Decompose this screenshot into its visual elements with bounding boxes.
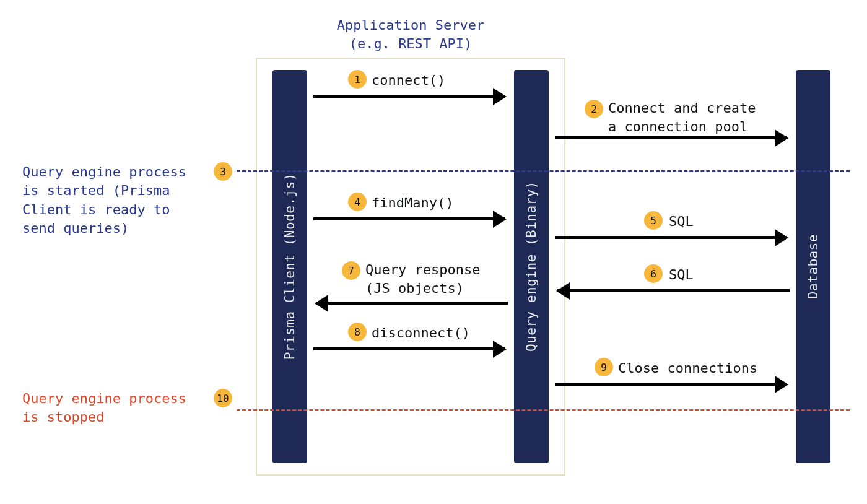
sequence-diagram: Application Server (e.g. REST API) Prism… xyxy=(0,0,867,504)
pillar-query-engine-label: Query engine (Binary) xyxy=(524,181,539,352)
arrow-create-pool-label: Connect and create a connection pool xyxy=(608,99,756,136)
arrow-sql-back xyxy=(557,289,790,292)
step-badge-10: 10 xyxy=(214,389,232,407)
note-engine-started: Query engine process is started (Prisma … xyxy=(22,163,208,238)
arrow-connect-label: connect() xyxy=(372,71,445,90)
arrow-disconnect-label: disconnect() xyxy=(372,324,470,342)
app-server-title-line2: (e.g. REST API) xyxy=(349,36,473,51)
step-badge-5: 5 xyxy=(644,211,663,230)
step-badge-1: 1 xyxy=(348,70,367,89)
separator-engine-stopped xyxy=(237,409,850,411)
app-server-title: Application Server (e.g. REST API) xyxy=(256,16,565,53)
pillar-database: Database xyxy=(796,70,830,463)
arrow-findmany-label: findMany() xyxy=(372,194,453,212)
arrow-close-conn-label: Close connections xyxy=(618,359,757,378)
arrow-query-response-label: Query response (JS objects) xyxy=(365,261,480,297)
pillar-query-engine: Query engine (Binary) xyxy=(514,70,549,463)
arrow-create-pool xyxy=(555,136,787,139)
arrow-findmany xyxy=(313,217,505,220)
step-badge-7: 7 xyxy=(342,261,360,280)
pillar-prisma-client: Prisma Client (Node.js) xyxy=(272,70,307,463)
step-badge-8: 8 xyxy=(348,323,367,341)
arrow-query-response xyxy=(316,302,508,305)
step-badge-2: 2 xyxy=(585,100,603,118)
step-badge-3: 3 xyxy=(214,162,232,181)
arrow-sql-out xyxy=(555,236,787,239)
pillar-database-label: Database xyxy=(806,234,821,299)
step-badge-4: 4 xyxy=(348,193,367,211)
pillar-prisma-client-label: Prisma Client (Node.js) xyxy=(282,173,297,360)
arrow-sql-out-label: SQL xyxy=(669,212,694,231)
separator-engine-started xyxy=(237,170,850,172)
step-badge-9: 9 xyxy=(595,358,613,376)
step-badge-6: 6 xyxy=(644,264,663,283)
note-engine-stopped: Query engine process is stopped xyxy=(22,389,208,427)
arrow-sql-back-label: SQL xyxy=(669,266,694,284)
arrow-connect xyxy=(313,95,505,98)
arrow-close-conn xyxy=(555,383,787,386)
app-server-title-line1: Application Server xyxy=(337,17,484,33)
arrow-disconnect xyxy=(313,347,505,350)
